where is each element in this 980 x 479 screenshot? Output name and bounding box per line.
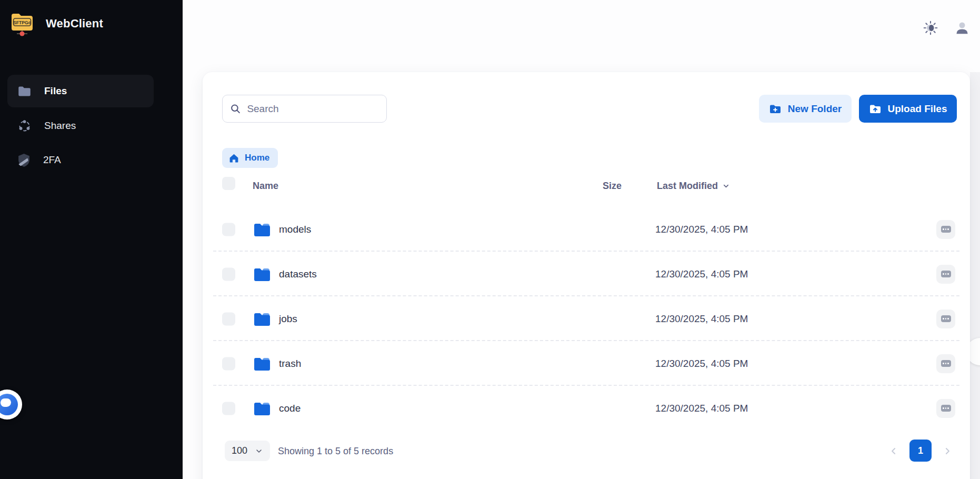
search-icon bbox=[230, 103, 241, 115]
sidebar-item-label: 2FA bbox=[43, 154, 61, 166]
row-actions-button[interactable] bbox=[936, 354, 955, 373]
page-size-value: 100 bbox=[232, 445, 247, 456]
column-header-last-modified[interactable]: Last Modified bbox=[657, 181, 730, 192]
table-row[interactable]: datasets 12/30/2025, 4:05 PM bbox=[203, 252, 970, 296]
theme-toggle-button[interactable] bbox=[921, 18, 940, 37]
file-modified: 12/30/2025, 4:05 PM bbox=[655, 224, 748, 235]
table-row[interactable]: trash 12/30/2025, 4:05 PM bbox=[203, 341, 970, 386]
table-header: Name Size Last Modified bbox=[203, 173, 970, 203]
pagination-page-1[interactable]: 1 bbox=[909, 440, 932, 462]
new-folder-button[interactable]: New Folder bbox=[759, 95, 852, 123]
breadcrumb-home-label: Home bbox=[245, 153, 269, 163]
svg-text:SFTPGo: SFTPGo bbox=[13, 20, 31, 25]
file-name[interactable]: trash bbox=[279, 358, 301, 370]
folder-icon bbox=[254, 222, 271, 237]
sidebar-item-shares[interactable]: Shares bbox=[7, 109, 154, 142]
row-checkbox[interactable] bbox=[222, 267, 235, 281]
records-summary: Showing 1 to 5 of 5 records bbox=[278, 446, 393, 457]
file-modified: 12/30/2025, 4:05 PM bbox=[655, 403, 748, 414]
file-name[interactable]: datasets bbox=[279, 268, 317, 280]
files-panel: New Folder Upload Files Home Name Size L… bbox=[203, 72, 970, 479]
file-modified: 12/30/2025, 4:05 PM bbox=[655, 358, 748, 370]
floating-badge-icon bbox=[0, 394, 18, 415]
folder-plus-icon bbox=[769, 103, 782, 115]
folder-icon bbox=[254, 312, 271, 326]
row-checkbox[interactable] bbox=[222, 312, 235, 325]
upload-files-label: Upload Files bbox=[888, 103, 947, 115]
folder-icon bbox=[254, 267, 271, 282]
pagination-prev-button[interactable] bbox=[886, 443, 902, 459]
shield-icon bbox=[17, 153, 31, 167]
table-row[interactable]: models 12/30/2025, 4:05 PM bbox=[203, 207, 970, 252]
file-modified: 12/30/2025, 4:05 PM bbox=[655, 268, 748, 280]
breadcrumb-home[interactable]: Home bbox=[222, 148, 278, 168]
sidebar-item-label: Files bbox=[44, 85, 67, 97]
search-box bbox=[222, 95, 387, 123]
chevron-left-icon bbox=[888, 446, 899, 456]
row-checkbox[interactable] bbox=[222, 223, 235, 236]
pagination-next-button[interactable] bbox=[939, 443, 955, 459]
user-icon bbox=[954, 20, 970, 36]
sftpgo-logo-icon: SFTPGo bbox=[10, 11, 34, 37]
ellipsis-icon bbox=[941, 360, 951, 367]
floating-badge[interactable] bbox=[0, 390, 22, 420]
user-menu-button[interactable] bbox=[953, 18, 972, 37]
file-name[interactable]: code bbox=[279, 403, 301, 414]
app-title: WebClient bbox=[46, 17, 103, 31]
ellipsis-icon bbox=[941, 315, 951, 322]
ellipsis-icon bbox=[941, 405, 951, 412]
select-all-checkbox[interactable] bbox=[222, 177, 235, 190]
sun-moon-icon bbox=[923, 20, 938, 36]
sidebar-item-label: Shares bbox=[44, 120, 76, 132]
folder-icon bbox=[254, 356, 271, 371]
upload-files-button[interactable]: Upload Files bbox=[859, 95, 957, 123]
brand: SFTPGo WebClient bbox=[10, 11, 103, 37]
row-checkbox[interactable] bbox=[222, 402, 235, 415]
table-row[interactable]: jobs 12/30/2025, 4:05 PM bbox=[203, 296, 970, 341]
home-icon bbox=[228, 153, 239, 164]
new-folder-label: New Folder bbox=[788, 103, 842, 115]
folder-upload-icon bbox=[869, 103, 882, 115]
chevron-right-icon bbox=[942, 446, 953, 456]
sort-desc-icon bbox=[722, 182, 730, 190]
search-input[interactable] bbox=[247, 103, 379, 115]
ellipsis-icon bbox=[941, 226, 951, 233]
sidebar-item-2fa[interactable]: 2FA bbox=[7, 144, 154, 176]
row-actions-button[interactable] bbox=[936, 310, 955, 328]
folder-icon bbox=[17, 84, 32, 98]
column-header-size[interactable]: Size bbox=[603, 181, 622, 192]
row-checkbox[interactable] bbox=[222, 357, 235, 370]
file-name[interactable]: jobs bbox=[279, 313, 297, 325]
sidebar-item-files[interactable]: Files bbox=[7, 75, 154, 107]
chevron-down-icon bbox=[255, 447, 263, 455]
sidebar: SFTPGo WebClient Files Shares bbox=[0, 0, 183, 479]
folder-icon bbox=[254, 401, 271, 416]
row-actions-button[interactable] bbox=[936, 399, 955, 418]
file-modified: 12/30/2025, 4:05 PM bbox=[655, 313, 748, 325]
column-header-name[interactable]: Name bbox=[253, 181, 278, 192]
table-row[interactable]: code 12/30/2025, 4:05 PM bbox=[203, 386, 970, 431]
row-actions-button[interactable] bbox=[936, 220, 955, 239]
ellipsis-icon bbox=[941, 271, 951, 277]
file-name[interactable]: models bbox=[279, 224, 311, 235]
shares-icon bbox=[17, 119, 32, 133]
webclient-screen: SFTPGo WebClient Files Shares bbox=[0, 0, 980, 479]
right-gutter bbox=[970, 72, 980, 479]
page-size-select[interactable]: 100 bbox=[225, 441, 270, 461]
row-actions-button[interactable] bbox=[936, 265, 955, 284]
